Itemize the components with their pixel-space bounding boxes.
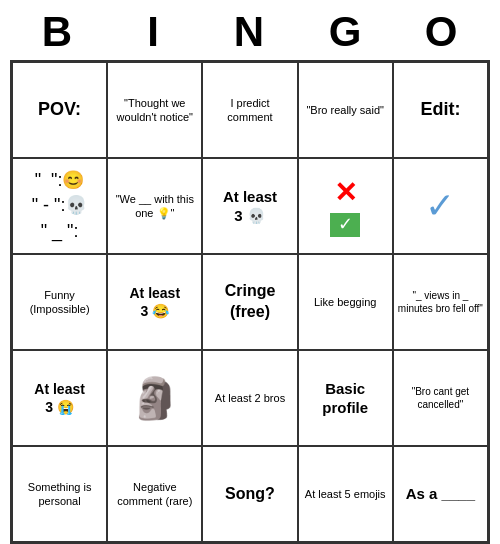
bingo-title: B I N G O [10,0,490,60]
title-b: B [18,8,98,56]
cell-r1c0: " ":😊 " - ":💀 " _ ": [12,158,107,254]
cell-r4c1: Negative comment (rare) [107,446,202,542]
title-g: G [306,8,386,56]
cell-r3c3: Basic profile [298,350,393,446]
bingo-grid: POV: "Thought we wouldn't notice" I pred… [10,60,490,544]
cell-r2c3: Like begging [298,254,393,350]
x-check-container: ✕ ✓ [330,175,360,237]
title-i: I [114,8,194,56]
cell-r4c4: As a ____ [393,446,488,542]
cell-r1c1: "We __ with this one 💡" [107,158,202,254]
cell-r2c1: At least3 😂 [107,254,202,350]
cell-r1c3: ✕ ✓ [298,158,393,254]
moai-emoji: 🗿 [130,372,180,424]
title-o: O [402,8,482,56]
cell-r4c2: Song? [202,446,297,542]
cell-r4c3: At least 5 emojis [298,446,393,542]
cell-r0c2: I predict comment [202,62,297,158]
cell-r1c2: At least3 💀 [202,158,297,254]
cell-r1c4: ✓ [393,158,488,254]
cell-r3c0: At least3 😭 [12,350,107,446]
title-n: N [210,8,290,56]
cell-r0c1: "Thought we wouldn't notice" [107,62,202,158]
cell-r0c3: "Bro really said" [298,62,393,158]
cell-r3c4: "Bro cant get cancelled" [393,350,488,446]
cell-r3c2: At least 2 bros [202,350,297,446]
green-checkmark: ✓ [330,213,360,237]
cell-r2c0: Funny (Impossible) [12,254,107,350]
cell-r2c2: Cringe (free) [202,254,297,350]
cell-r4c0: Something is personal [12,446,107,542]
blue-checkmark: ✓ [425,183,455,230]
cell-r2c4: "_ views in _ minutes bro fell off" [393,254,488,350]
cell-r0c4: Edit: [393,62,488,158]
x-mark: ✕ [334,175,357,211]
cell-r3c1: 🗿 [107,350,202,446]
cell-r0c0: POV: [12,62,107,158]
